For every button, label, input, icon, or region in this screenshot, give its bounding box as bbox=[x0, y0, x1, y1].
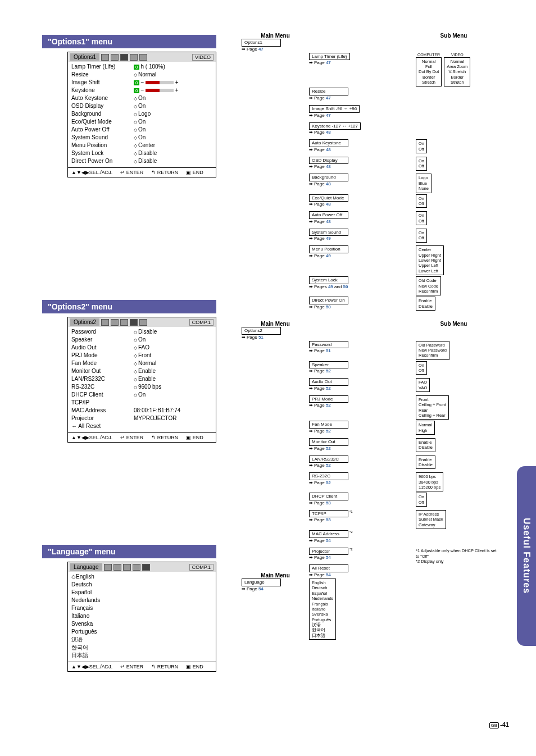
osd-row-value: Disable bbox=[134, 157, 157, 165]
osd-row: PRJ ModeFront bbox=[71, 352, 212, 359]
page-ref: Page 47 bbox=[309, 113, 416, 118]
osd-row-value: Logo bbox=[134, 110, 151, 118]
tree-row: Eco/Quiet ModePage 48OnOff bbox=[242, 194, 492, 211]
tree-row: Fan ModePage 52NormalHigh bbox=[242, 421, 492, 437]
footer-sel: ▲▼◀▶SEL./ADJ. bbox=[71, 435, 112, 440]
osd-row-label: LAN/RS232C bbox=[71, 375, 130, 383]
osd-nav-icon bbox=[133, 564, 140, 571]
page-ref: Page 51 bbox=[309, 348, 416, 353]
osd-row-label: PRJ Mode bbox=[71, 352, 130, 359]
osd-row-label: DHCP Client bbox=[71, 391, 130, 399]
tree-sub-box: OnOff bbox=[416, 157, 427, 171]
osd-row: Italiano bbox=[71, 612, 212, 620]
tree-row: Keystone -127 ↔ +127Page 48 bbox=[242, 122, 492, 139]
osd-title: Options1 bbox=[70, 53, 99, 61]
osd-row-label: System Sound bbox=[71, 134, 130, 142]
tree-item-box: Menu Position bbox=[309, 245, 348, 253]
osd-row-label: Español bbox=[71, 589, 130, 596]
osd-row: 한국어 bbox=[71, 644, 212, 652]
osd-row-value: Front bbox=[134, 352, 151, 359]
page-ref: Page 53 bbox=[309, 517, 416, 522]
osd-row: RS-232C9600 bps bbox=[71, 383, 212, 391]
osd-header: Options1 VIDEO bbox=[68, 52, 216, 62]
osd-language-box: Language COMP.1 ◇EnglishDeutschEspañolNe… bbox=[67, 562, 216, 672]
osd-row-label: Português bbox=[71, 628, 130, 636]
osd-nav-icon bbox=[101, 54, 109, 61]
tree-row: Auto KeystonePage 48OnOff bbox=[242, 139, 492, 156]
osd-footer: ▲▼◀▶SEL./ADJ. ↵ ENTER ↰ RETURN ▣ END bbox=[68, 662, 216, 671]
tree-item-box: Resize bbox=[309, 88, 348, 95]
side-tab-text: Useful Features bbox=[521, 518, 532, 594]
tree-item-box: RS-232C bbox=[309, 472, 348, 480]
tree-row: Direct Power OnPage 50EnableDisable bbox=[242, 297, 492, 313]
page-ref: Page 54 bbox=[309, 572, 416, 577]
tree-row: System SoundPage 49OnOff bbox=[242, 229, 492, 245]
osd-row-value: Normal bbox=[134, 359, 156, 367]
osd-row-value: On bbox=[134, 102, 146, 110]
tree-item-box: Eco/Quiet Mode bbox=[309, 194, 348, 202]
osd-input-badge: COMP.1 bbox=[189, 564, 214, 571]
sub-col-head: COMPUTER bbox=[416, 53, 442, 57]
osd-row-value: On bbox=[134, 94, 146, 102]
osd-row: Fan ModeNormal bbox=[71, 359, 212, 367]
tree-item-box: Image Shift -96 ↔ +96 bbox=[309, 105, 360, 113]
tree-row: PRJ ModePage 52FrontCeiling + FrontRearC… bbox=[242, 395, 492, 420]
osd-row: Image Shift0− + bbox=[71, 79, 212, 86]
page-ref: Page 48 bbox=[309, 181, 416, 186]
osd-nav-icon bbox=[111, 319, 119, 326]
tree-sub-box: OnOff bbox=[416, 229, 427, 243]
tree-sub-box: NormalHigh bbox=[416, 421, 435, 435]
tree-sub-box: FAOVAO bbox=[416, 378, 430, 392]
osd-row-label: Audio Out bbox=[71, 344, 130, 352]
osd-row-label: OSD Display bbox=[71, 102, 130, 110]
tree-sub-box: CenterUpper RightLower RightUpper LeftLo… bbox=[416, 245, 444, 275]
osd-row-label: Auto Keystone bbox=[71, 94, 130, 102]
tree-row: Lamp Timer (Life)Page 47COMPUTERNormalFu… bbox=[242, 53, 492, 87]
page-footer: GB-41 bbox=[489, 721, 509, 728]
tree-item-box: Speaker bbox=[309, 361, 348, 369]
tree-item-box: OSD Display bbox=[309, 157, 348, 165]
page-ref: Page 49 bbox=[309, 236, 416, 241]
osd-row-label: Lamp Timer (Life) bbox=[71, 63, 130, 71]
side-tab: Useful Features bbox=[517, 466, 536, 646]
page-ref: Page 48 bbox=[309, 202, 416, 207]
page-ref: Page 54 bbox=[309, 555, 416, 560]
osd-row-value: FAO bbox=[134, 344, 149, 352]
tree-row: Audio OutPage 52FAOVAO bbox=[242, 378, 492, 394]
tree-item-box: System Lock bbox=[309, 276, 348, 284]
osd-row-label: Keystone bbox=[71, 86, 130, 94]
osd-options2-box: Options2 COMP.1 PasswordDisableSpeakerOn… bbox=[67, 317, 216, 443]
footer-end: ▣ END bbox=[186, 435, 203, 440]
section-options1-header: "Options1" menu bbox=[42, 35, 216, 48]
tree-sub-box: OnOff bbox=[416, 194, 427, 208]
osd-row-value: On bbox=[134, 118, 146, 126]
page-ref: Page 51 bbox=[242, 335, 309, 340]
osd-row: TCP/IP bbox=[71, 399, 212, 407]
osd-row-value: Enable bbox=[134, 367, 156, 375]
tree-sub-box: OnOff bbox=[416, 361, 427, 375]
osd-row: Auto Power OffOn bbox=[71, 126, 212, 134]
tree-item-box: All Reset bbox=[309, 564, 348, 572]
tree-item-box: System Sound bbox=[309, 229, 348, 236]
osd-row-label: Italiano bbox=[71, 612, 130, 620]
tree-item-box: Lamp Timer (Life) bbox=[309, 53, 350, 61]
tree-item-box: Direct Power On bbox=[309, 297, 348, 304]
osd-row: Lamp Timer (Life)0h ( 100%) bbox=[71, 63, 212, 71]
main-menu-label: Main Menu bbox=[242, 321, 309, 327]
tree-area: Main Menu Sub Menu Options1Page 47Lamp T… bbox=[242, 33, 492, 641]
osd-row: Eco/Quiet ModeOn bbox=[71, 118, 212, 126]
page-ref: Page 50 bbox=[309, 304, 416, 309]
main-menu-label: Main Menu bbox=[242, 572, 309, 579]
osd-nav-icon-active bbox=[120, 54, 128, 61]
tree-row: Menu PositionPage 49CenterUpper RightLow… bbox=[242, 245, 492, 275]
page-ref: Page 54 bbox=[242, 586, 309, 591]
osd-row-label: Nederlands bbox=[71, 596, 130, 604]
tree-sub-box: OnOff bbox=[416, 493, 427, 507]
osd-input-badge: COMP.1 bbox=[189, 319, 214, 326]
osd-row-value: Enable bbox=[134, 375, 156, 383]
osd-nav-icon bbox=[111, 54, 119, 61]
tree-item-box: Monitor Out bbox=[309, 438, 348, 446]
osd-row: Menu PositionCenter bbox=[71, 142, 212, 149]
osd-row-label: Monitor Out bbox=[71, 367, 130, 375]
tree-row: DHCP ClientPage 53OnOff bbox=[242, 493, 492, 509]
